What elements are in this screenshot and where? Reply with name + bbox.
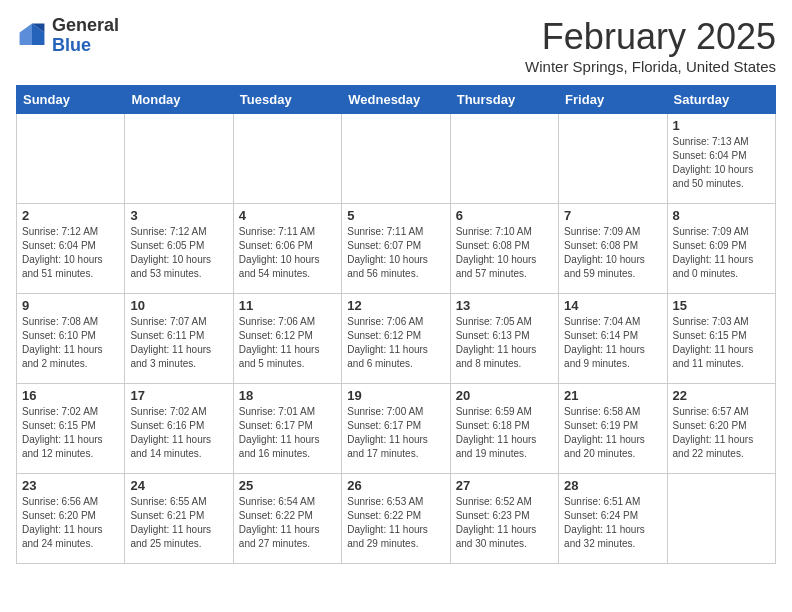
- day-info: Sunrise: 7:12 AM Sunset: 6:05 PM Dayligh…: [130, 225, 227, 281]
- day-number: 25: [239, 478, 336, 493]
- week-row: 2Sunrise: 7:12 AM Sunset: 6:04 PM Daylig…: [17, 204, 776, 294]
- calendar-cell: 27Sunrise: 6:52 AM Sunset: 6:23 PM Dayli…: [450, 474, 558, 564]
- day-number: 22: [673, 388, 770, 403]
- calendar-cell: 7Sunrise: 7:09 AM Sunset: 6:08 PM Daylig…: [559, 204, 667, 294]
- calendar-cell: 1Sunrise: 7:13 AM Sunset: 6:04 PM Daylig…: [667, 114, 775, 204]
- logo-general: General: [52, 15, 119, 35]
- day-number: 12: [347, 298, 444, 313]
- calendar-cell: 15Sunrise: 7:03 AM Sunset: 6:15 PM Dayli…: [667, 294, 775, 384]
- day-number: 10: [130, 298, 227, 313]
- day-info: Sunrise: 6:57 AM Sunset: 6:20 PM Dayligh…: [673, 405, 770, 461]
- day-of-week-header: Thursday: [450, 86, 558, 114]
- month-title: February 2025: [525, 16, 776, 58]
- calendar-header-row: SundayMondayTuesdayWednesdayThursdayFrid…: [17, 86, 776, 114]
- day-info: Sunrise: 6:55 AM Sunset: 6:21 PM Dayligh…: [130, 495, 227, 551]
- week-row: 16Sunrise: 7:02 AM Sunset: 6:15 PM Dayli…: [17, 384, 776, 474]
- day-of-week-header: Sunday: [17, 86, 125, 114]
- calendar-cell: 16Sunrise: 7:02 AM Sunset: 6:15 PM Dayli…: [17, 384, 125, 474]
- day-number: 1: [673, 118, 770, 133]
- day-info: Sunrise: 7:09 AM Sunset: 6:09 PM Dayligh…: [673, 225, 770, 281]
- day-info: Sunrise: 7:06 AM Sunset: 6:12 PM Dayligh…: [347, 315, 444, 371]
- day-number: 8: [673, 208, 770, 223]
- calendar-cell: 24Sunrise: 6:55 AM Sunset: 6:21 PM Dayli…: [125, 474, 233, 564]
- calendar-cell: 21Sunrise: 6:58 AM Sunset: 6:19 PM Dayli…: [559, 384, 667, 474]
- day-number: 18: [239, 388, 336, 403]
- day-info: Sunrise: 7:01 AM Sunset: 6:17 PM Dayligh…: [239, 405, 336, 461]
- calendar-cell: [667, 474, 775, 564]
- day-number: 15: [673, 298, 770, 313]
- day-info: Sunrise: 7:09 AM Sunset: 6:08 PM Dayligh…: [564, 225, 661, 281]
- calendar-cell: 2Sunrise: 7:12 AM Sunset: 6:04 PM Daylig…: [17, 204, 125, 294]
- day-number: 11: [239, 298, 336, 313]
- svg-marker-1: [20, 23, 32, 44]
- calendar-cell: 19Sunrise: 7:00 AM Sunset: 6:17 PM Dayli…: [342, 384, 450, 474]
- calendar-cell: 14Sunrise: 7:04 AM Sunset: 6:14 PM Dayli…: [559, 294, 667, 384]
- calendar-cell: [233, 114, 341, 204]
- day-info: Sunrise: 7:00 AM Sunset: 6:17 PM Dayligh…: [347, 405, 444, 461]
- week-row: 23Sunrise: 6:56 AM Sunset: 6:20 PM Dayli…: [17, 474, 776, 564]
- calendar-cell: 13Sunrise: 7:05 AM Sunset: 6:13 PM Dayli…: [450, 294, 558, 384]
- calendar-cell: 10Sunrise: 7:07 AM Sunset: 6:11 PM Dayli…: [125, 294, 233, 384]
- calendar-cell: 6Sunrise: 7:10 AM Sunset: 6:08 PM Daylig…: [450, 204, 558, 294]
- day-number: 3: [130, 208, 227, 223]
- day-info: Sunrise: 7:11 AM Sunset: 6:06 PM Dayligh…: [239, 225, 336, 281]
- day-info: Sunrise: 7:12 AM Sunset: 6:04 PM Dayligh…: [22, 225, 119, 281]
- day-of-week-header: Saturday: [667, 86, 775, 114]
- logo: General Blue: [16, 16, 119, 56]
- day-number: 24: [130, 478, 227, 493]
- day-info: Sunrise: 7:02 AM Sunset: 6:15 PM Dayligh…: [22, 405, 119, 461]
- day-info: Sunrise: 7:03 AM Sunset: 6:15 PM Dayligh…: [673, 315, 770, 371]
- day-of-week-header: Wednesday: [342, 86, 450, 114]
- calendar-cell: 4Sunrise: 7:11 AM Sunset: 6:06 PM Daylig…: [233, 204, 341, 294]
- day-info: Sunrise: 7:02 AM Sunset: 6:16 PM Dayligh…: [130, 405, 227, 461]
- day-number: 26: [347, 478, 444, 493]
- week-row: 9Sunrise: 7:08 AM Sunset: 6:10 PM Daylig…: [17, 294, 776, 384]
- day-info: Sunrise: 7:08 AM Sunset: 6:10 PM Dayligh…: [22, 315, 119, 371]
- day-number: 23: [22, 478, 119, 493]
- day-of-week-header: Friday: [559, 86, 667, 114]
- page-header: General Blue February 2025 Winter Spring…: [16, 16, 776, 75]
- day-number: 9: [22, 298, 119, 313]
- day-info: Sunrise: 6:56 AM Sunset: 6:20 PM Dayligh…: [22, 495, 119, 551]
- day-info: Sunrise: 7:05 AM Sunset: 6:13 PM Dayligh…: [456, 315, 553, 371]
- week-row: 1Sunrise: 7:13 AM Sunset: 6:04 PM Daylig…: [17, 114, 776, 204]
- day-number: 6: [456, 208, 553, 223]
- day-info: Sunrise: 7:11 AM Sunset: 6:07 PM Dayligh…: [347, 225, 444, 281]
- day-number: 21: [564, 388, 661, 403]
- calendar-cell: 28Sunrise: 6:51 AM Sunset: 6:24 PM Dayli…: [559, 474, 667, 564]
- day-info: Sunrise: 7:06 AM Sunset: 6:12 PM Dayligh…: [239, 315, 336, 371]
- day-number: 28: [564, 478, 661, 493]
- day-info: Sunrise: 6:58 AM Sunset: 6:19 PM Dayligh…: [564, 405, 661, 461]
- day-number: 16: [22, 388, 119, 403]
- day-info: Sunrise: 7:04 AM Sunset: 6:14 PM Dayligh…: [564, 315, 661, 371]
- calendar-cell: [450, 114, 558, 204]
- logo-icon: [16, 20, 48, 52]
- calendar-cell: 5Sunrise: 7:11 AM Sunset: 6:07 PM Daylig…: [342, 204, 450, 294]
- calendar-table: SundayMondayTuesdayWednesdayThursdayFrid…: [16, 85, 776, 564]
- calendar-cell: 3Sunrise: 7:12 AM Sunset: 6:05 PM Daylig…: [125, 204, 233, 294]
- calendar-cell: [559, 114, 667, 204]
- day-number: 27: [456, 478, 553, 493]
- day-info: Sunrise: 6:53 AM Sunset: 6:22 PM Dayligh…: [347, 495, 444, 551]
- calendar-cell: 23Sunrise: 6:56 AM Sunset: 6:20 PM Dayli…: [17, 474, 125, 564]
- day-number: 20: [456, 388, 553, 403]
- day-of-week-header: Monday: [125, 86, 233, 114]
- day-info: Sunrise: 7:13 AM Sunset: 6:04 PM Dayligh…: [673, 135, 770, 191]
- calendar-cell: 25Sunrise: 6:54 AM Sunset: 6:22 PM Dayli…: [233, 474, 341, 564]
- calendar-cell: 11Sunrise: 7:06 AM Sunset: 6:12 PM Dayli…: [233, 294, 341, 384]
- logo-text: General Blue: [52, 16, 119, 56]
- day-number: 14: [564, 298, 661, 313]
- calendar-cell: [17, 114, 125, 204]
- day-number: 4: [239, 208, 336, 223]
- calendar-cell: 18Sunrise: 7:01 AM Sunset: 6:17 PM Dayli…: [233, 384, 341, 474]
- calendar-cell: 8Sunrise: 7:09 AM Sunset: 6:09 PM Daylig…: [667, 204, 775, 294]
- day-info: Sunrise: 7:10 AM Sunset: 6:08 PM Dayligh…: [456, 225, 553, 281]
- day-number: 5: [347, 208, 444, 223]
- day-number: 17: [130, 388, 227, 403]
- day-number: 19: [347, 388, 444, 403]
- logo-blue: Blue: [52, 35, 91, 55]
- calendar-cell: 20Sunrise: 6:59 AM Sunset: 6:18 PM Dayli…: [450, 384, 558, 474]
- calendar-cell: [125, 114, 233, 204]
- day-number: 2: [22, 208, 119, 223]
- day-info: Sunrise: 6:51 AM Sunset: 6:24 PM Dayligh…: [564, 495, 661, 551]
